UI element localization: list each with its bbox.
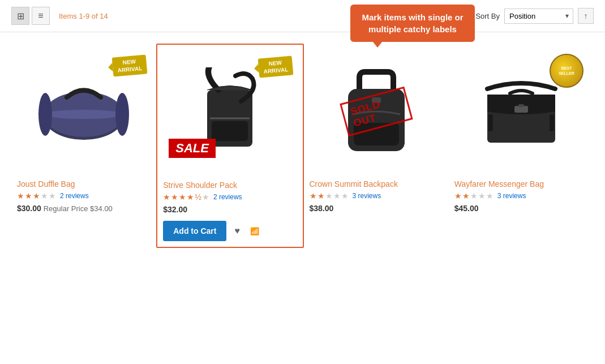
- best-seller-badge: BESTSELLER: [550, 54, 583, 88]
- product-price-joust: $30.00 Regular Price $34.00: [17, 204, 151, 213]
- bag-image-joust: [38, 66, 129, 157]
- product-card-strive-shoulder: NEWARRIVAL SALE Strive Shoulder Pac: [156, 44, 303, 248]
- product-image-joust-duffle: NEWARRIVAL: [17, 49, 151, 174]
- product-rating-joust: ★★★★★ 2 reviews: [17, 191, 151, 200]
- label-sale-strive: SALE: [169, 139, 216, 158]
- label-new-arrival-joust: NEWARRIVAL: [111, 54, 147, 76]
- sort-label: Sort By: [475, 12, 500, 20]
- sort-direction-button[interactable]: ↑: [578, 8, 594, 24]
- label-best-seller-wayfarer: BESTSELLER: [550, 54, 583, 88]
- callout-bubble: Mark items with single or multiple catch…: [350, 5, 475, 42]
- product-rating-wayfarer: ★★★★★ 3 reviews: [454, 191, 588, 200]
- svg-point-2: [44, 110, 123, 119]
- product-price-wayfarer: $45.00: [454, 204, 588, 213]
- sort-wrapper: Position Product Name Price Newest: [504, 8, 573, 24]
- products-grid: NEWARRIVAL Joust Duffle Bag ★★★★★ 2 revi…: [0, 32, 605, 259]
- product-name-joust[interactable]: Joust Duffle Bag: [17, 179, 151, 189]
- stars-joust: ★★★★★: [17, 191, 57, 200]
- product-name-wayfarer[interactable]: Wayfarer Messenger Bag: [454, 179, 588, 189]
- product-image-crown: SOLD OUT: [310, 49, 443, 174]
- grid-view-button[interactable]: ⊞: [11, 7, 29, 25]
- toolbar-right: Sort By Position Product Name Price Newe…: [475, 8, 594, 24]
- reviews-count-joust[interactable]: 2 reviews: [60, 192, 89, 200]
- svg-rect-14: [518, 104, 524, 107]
- product-price-crown: $38.00: [310, 204, 443, 213]
- product-card-wayfarer: BESTSELLER Wayfarer M: [449, 44, 594, 248]
- product-card-joust-duffle: NEWARRIVAL Joust Duffle Bag ★★★★★ 2 revi…: [11, 44, 156, 248]
- best-seller-text: BESTSELLER: [559, 66, 574, 76]
- sort-select[interactable]: Position Product Name Price Newest: [504, 8, 573, 24]
- sale-text: SALE: [169, 139, 216, 158]
- svg-rect-15: [488, 114, 493, 131]
- reviews-count-crown[interactable]: 3 reviews: [353, 192, 381, 200]
- product-rating-crown: ★★★★★ 3 reviews: [310, 191, 443, 200]
- svg-rect-7: [212, 121, 248, 141]
- stars-strive: ★★★★½★: [163, 192, 210, 202]
- product-actions-strive: Add to Cart ♥ 📶: [163, 221, 297, 241]
- product-image-strive: NEWARRIVAL SALE: [163, 50, 297, 175]
- product-rating-strive: ★★★★½★ 2 reviews: [163, 192, 297, 202]
- product-image-wayfarer: BESTSELLER: [454, 49, 588, 174]
- svg-point-4: [115, 93, 129, 136]
- reviews-count-wayfarer[interactable]: 3 reviews: [497, 192, 526, 200]
- svg-rect-9: [371, 69, 382, 74]
- compare-button-strive[interactable]: 📶: [248, 225, 261, 238]
- svg-point-3: [38, 93, 52, 136]
- items-count: Items 1-9 of 14: [59, 12, 108, 20]
- product-card-crown-summit: SOLD OUT Crown Summit Backpack: [304, 44, 449, 248]
- view-toggles: ⊞ ≡: [11, 7, 50, 25]
- toolbar: ⊞ ≡ Items 1-9 of 14 Mark items with sing…: [0, 0, 605, 32]
- product-name-crown[interactable]: Crown Summit Backpack: [310, 179, 443, 189]
- stars-crown: ★★★★★: [310, 191, 349, 200]
- product-price-strive: $32.00: [163, 205, 297, 214]
- product-name-strive[interactable]: Strive Shoulder Pack: [163, 181, 297, 190]
- wishlist-button-strive[interactable]: ♥: [232, 224, 242, 238]
- svg-rect-16: [550, 114, 554, 131]
- add-to-cart-button-strive[interactable]: Add to Cart: [163, 221, 226, 241]
- label-new-arrival-strive: NEWARRIVAL: [258, 55, 293, 78]
- stars-wayfarer: ★★★★★: [454, 191, 494, 200]
- list-view-button[interactable]: ≡: [32, 7, 50, 25]
- reviews-count-strive[interactable]: 2 reviews: [213, 193, 242, 201]
